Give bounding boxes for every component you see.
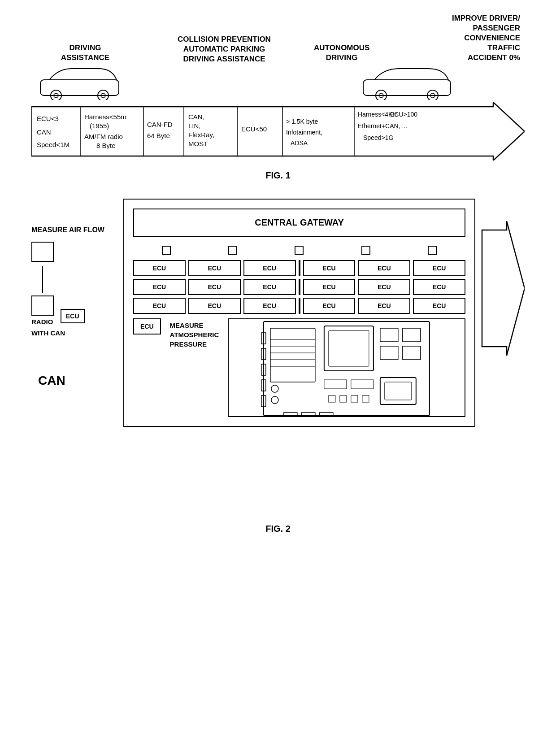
connector-5 <box>428 246 437 255</box>
svg-text:Speed<1M: Speed<1M <box>37 141 70 148</box>
svg-rect-0 <box>40 80 119 96</box>
svg-rect-46 <box>284 413 297 417</box>
ecu-cell: ECU <box>303 260 356 276</box>
svg-rect-63 <box>380 346 398 360</box>
ecu-cell: ECU <box>133 298 186 314</box>
svg-text:Harness<55m: Harness<55m <box>84 113 126 121</box>
svg-rect-47 <box>302 413 315 417</box>
ecu-cell: ECU <box>243 298 296 314</box>
svg-rect-70 <box>362 395 369 402</box>
connector-row <box>133 246 465 255</box>
vert-line-1 <box>42 266 43 293</box>
ecu-cell: ECU <box>188 279 241 295</box>
ecu-cell: ECU <box>303 298 356 314</box>
svg-text:(1955): (1955) <box>90 122 109 130</box>
svg-text:ECU>100: ECU>100 <box>390 111 417 118</box>
ecu-cell: ECU <box>358 279 410 295</box>
ecu-cell: ECU <box>243 279 296 295</box>
can-label: CAN <box>38 374 65 388</box>
fig1-label-improve: IMPROVE DRIVER/PASSENGERCONVENIENCETRAFF… <box>452 13 520 63</box>
connector-3 <box>295 246 304 255</box>
svg-rect-66 <box>351 380 374 389</box>
ecu-cell: ECU <box>303 279 356 295</box>
ecu-cell: ECU <box>358 298 410 314</box>
pcb-diagram <box>228 318 465 417</box>
svg-text:ECU<3: ECU<3 <box>37 115 59 122</box>
sensor-box-1 <box>31 242 54 262</box>
ecu-cell: ECU <box>413 279 465 295</box>
fig1-label-collision: COLLISION PREVENTIONAUTOMATIC PARKINGDRI… <box>166 35 282 100</box>
svg-text:FlexRay,: FlexRay, <box>188 131 214 139</box>
ecu-cell: ECU <box>133 260 186 276</box>
svg-text:Speed>1G: Speed>1G <box>363 134 393 141</box>
connector-4 <box>361 246 370 255</box>
svg-rect-58 <box>329 330 369 366</box>
fig1: DRIVINGASSISTANCE COLLISION PREVENTIONAU… <box>31 13 525 194</box>
car-icon-right <box>359 66 457 100</box>
svg-text:CAN-FD: CAN-FD <box>147 121 173 128</box>
svg-text:ADSA: ADSA <box>291 139 308 147</box>
grid-divider-r2 <box>299 279 300 295</box>
svg-text:CAN,: CAN, <box>188 113 204 121</box>
main-outer-box: CENTRAL GATEWAY ECU ECU ECU ECU ECU ECU <box>123 199 475 427</box>
fig2-caption: FIG. 2 <box>31 524 525 534</box>
svg-rect-65 <box>324 380 347 389</box>
svg-rect-57 <box>324 326 374 371</box>
grid-divider-r3 <box>299 298 300 314</box>
grid-divider-r1 <box>299 260 300 276</box>
fig1-label-driving: DRIVINGASSISTANCE <box>36 43 135 63</box>
svg-text:CAN: CAN <box>37 128 51 136</box>
svg-text:AM/FM radio: AM/FM radio <box>84 133 123 140</box>
central-gateway-box: CENTRAL GATEWAY <box>133 209 465 237</box>
fig1-caption: FIG. 1 <box>31 170 525 181</box>
fig1-arrow: ECU<3 CAN Speed<1M Harness<55m (1955) AM… <box>31 102 525 161</box>
svg-rect-69 <box>351 395 358 402</box>
svg-rect-59 <box>380 378 416 404</box>
ecu-grid: ECU ECU ECU ECU ECU ECU ECU ECU ECU ECU … <box>133 260 465 314</box>
svg-text:8 Byte: 8 Byte <box>96 142 116 149</box>
svg-rect-62 <box>403 328 421 342</box>
fig2-right-arrow <box>480 221 525 357</box>
fig1-label-autonomous: AUTONOMOUSDRIVING <box>314 43 369 63</box>
svg-marker-12 <box>31 102 525 161</box>
svg-rect-67 <box>329 395 335 402</box>
connector-1 <box>162 246 171 255</box>
svg-rect-48 <box>320 413 333 417</box>
svg-rect-64 <box>403 346 421 360</box>
pcb-svg <box>229 319 465 417</box>
fig2: MEASURE AIR FLOW RADIO ECU WITH CAN <box>31 194 525 543</box>
measure-air-flow-label: MEASURE AIR FLOW <box>31 226 119 235</box>
ecu-cell: ECU <box>133 279 186 295</box>
svg-text:Infotainment,: Infotainment, <box>286 129 322 136</box>
radio-box <box>31 295 54 316</box>
svg-rect-60 <box>385 382 412 400</box>
fig2-bottom-row: ECU MEASUREATMOSPHERICPRESSURE <box>133 318 465 417</box>
svg-point-56 <box>271 396 278 404</box>
central-gateway-label: CENTRAL GATEWAY <box>255 217 344 227</box>
svg-text:> 1.5K byte: > 1.5K byte <box>286 118 318 125</box>
ecu-cell: ECU <box>188 298 241 314</box>
ecu-single-box: ECU <box>61 309 85 323</box>
ecu-bottom-box: ECU <box>133 318 161 335</box>
fig2-left-panel: MEASURE AIR FLOW RADIO ECU WITH CAN <box>31 226 119 337</box>
measure-atm-label: MEASUREATMOSPHERICPRESSURE <box>170 318 219 349</box>
svg-text:MOST: MOST <box>188 140 208 148</box>
ecu-cell: ECU <box>188 260 241 276</box>
svg-rect-49 <box>270 328 315 382</box>
right-arrow-svg <box>480 221 525 356</box>
ecu-cell: ECU <box>243 260 296 276</box>
radio-label: RADIO <box>31 318 54 326</box>
connector-2 <box>228 246 237 255</box>
with-can-label: WITH CAN <box>31 329 119 337</box>
svg-text:64 Byte: 64 Byte <box>147 132 170 139</box>
svg-point-55 <box>271 385 278 392</box>
svg-marker-71 <box>482 221 525 356</box>
svg-rect-61 <box>380 328 398 342</box>
ecu-cell: ECU <box>413 298 465 314</box>
ecu-cell: ECU <box>358 260 410 276</box>
car-icon-left <box>36 66 126 100</box>
svg-rect-68 <box>340 395 347 402</box>
ecu-cell: ECU <box>413 260 465 276</box>
svg-text:Ethernet+CAN, ...: Ethernet+CAN, ... <box>358 122 407 130</box>
svg-text:ECU<50: ECU<50 <box>241 125 267 133</box>
